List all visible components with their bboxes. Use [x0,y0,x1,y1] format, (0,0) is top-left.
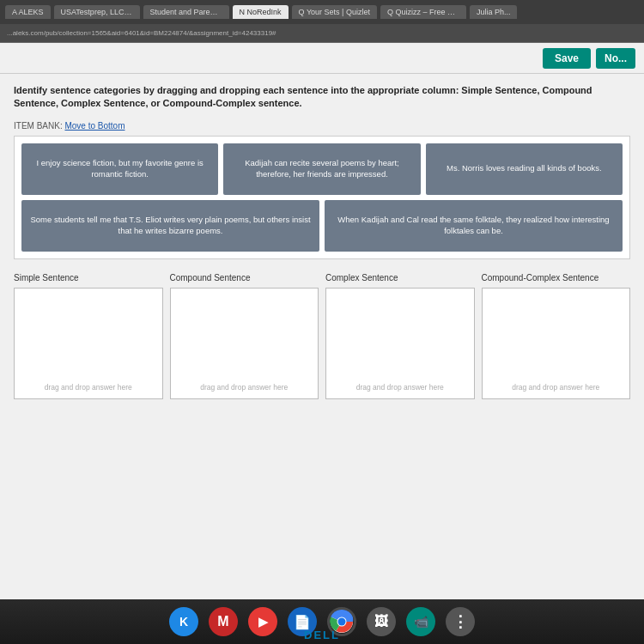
item-bank-header: ITEM BANK: Move to Bottom [14,121,630,131]
drop-zone-compound-area[interactable]: drag and drop answer here [170,288,319,399]
tab-julia[interactable]: Julia Ph... [470,5,518,19]
tab-usatestprep[interactable]: USATestprep, LLC -... [54,5,140,19]
drop-zone-simple-label: Simple Sentence [14,273,163,283]
sentence-card-2[interactable]: Kadijah can recite several poems by hear… [223,143,420,195]
sentence-card-1[interactable]: I enjoy science fiction, but my favorite… [21,143,218,195]
taskbar: K M ▶ 📄 🖼 📹 ⋮ DELL [0,599,644,644]
drop-zone-compound-complex-label: Compound-Complex Sentence [482,273,631,283]
taskbar-icon-youtube[interactable]: ▶ [248,607,277,636]
drop-zone-complex: Complex Sentence drag and drop answer he… [325,273,475,399]
drop-zone-complex-hint: drag and drop answer here [356,383,444,392]
taskbar-icon-gmail[interactable]: M [209,607,238,636]
tab-quizizz[interactable]: Q Quizizz – Free Quiz... [380,5,466,19]
drop-zone-simple-area[interactable]: drag and drop answer here [14,288,163,399]
action-bar: Save No... [0,43,644,74]
drop-zone-complex-area[interactable]: drag and drop answer here [325,288,475,399]
sentence-row-2: Some students tell me that T.S. Eliot wr… [21,200,623,252]
item-bank: I enjoy science fiction, but my favorite… [14,136,630,259]
next-button[interactable]: No... [596,48,635,69]
sentence-card-5[interactable]: When Kadijah and Cal read the same folkt… [325,200,623,252]
tab-student-parent[interactable]: Student and Parent... [143,5,229,19]
taskbar-icon-meet[interactable]: 📹 [406,607,435,636]
drop-zone-compound-complex-hint: drag and drop answer here [512,383,599,392]
url-bar: ...aleks.com/pub/collection=1565&aid=640… [0,24,644,43]
drop-zone-simple-hint: drag and drop answer here [45,383,132,392]
taskbar-icon-dots[interactable]: ⋮ [446,607,475,636]
taskbar-icon-photos[interactable]: 🖼 [367,607,396,636]
browser-tab-bar: A ALEKS USATestprep, LLC -... Student an… [0,0,644,24]
drop-zone-compound-hint: drag and drop answer here [200,383,288,392]
tab-quizlet[interactable]: Q Your Sets | Quizlet [292,5,377,19]
save-button[interactable]: Save [543,48,591,69]
tab-noredink[interactable]: N NoRedInk [233,5,289,19]
drop-zone-compound: Compound Sentence drag and drop answer h… [170,273,319,399]
drop-zone-compound-complex-area[interactable]: drag and drop answer here [482,288,631,399]
sentence-card-4[interactable]: Some students tell me that T.S. Eliot wr… [21,200,319,252]
sentence-card-3[interactable]: Ms. Norris loves reading all kinds of bo… [426,143,623,195]
drop-zone-compound-complex: Compound-Complex Sentence drag and drop … [482,273,631,399]
page-wrapper: A ALEKS USATestprep, LLC -... Student an… [0,0,644,644]
content-area: Identify sentence categories by dragging… [0,74,644,599]
item-bank-label: ITEM BANK: [14,121,63,131]
move-to-bottom-link[interactable]: Move to Bottom [64,121,125,131]
instructions-text: Identify sentence categories by dragging… [14,84,630,111]
drop-zones-container: Simple Sentence drag and drop answer her… [14,273,630,399]
tab-aleks[interactable]: A ALEKS [5,5,51,19]
dell-logo: DELL [304,629,340,641]
drop-zone-compound-label: Compound Sentence [170,273,319,283]
url-text: ...aleks.com/pub/collection=1565&aid=640… [7,29,276,37]
taskbar-icon-kiosk[interactable]: K [169,607,198,636]
svg-point-2 [338,618,346,626]
sentence-row-1: I enjoy science fiction, but my favorite… [21,143,623,195]
drop-zone-complex-label: Complex Sentence [325,273,475,283]
drop-zone-simple: Simple Sentence drag and drop answer her… [14,273,163,399]
